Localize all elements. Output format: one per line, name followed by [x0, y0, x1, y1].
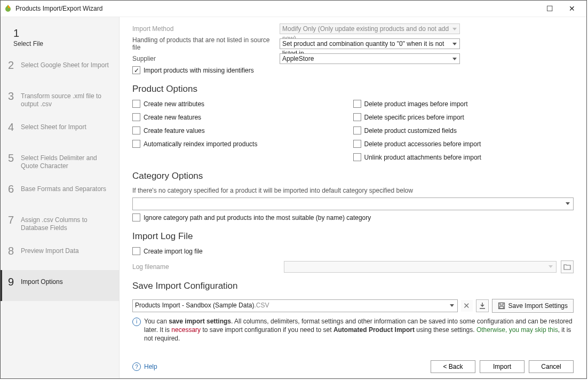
cancel-button[interactable]: Cancel	[529, 360, 574, 373]
heading-category-options: Category Options	[132, 171, 574, 181]
product-options-grid: Create new attributes Create new feature…	[132, 100, 574, 163]
checkmark-icon	[132, 66, 140, 74]
folder-icon	[563, 264, 571, 270]
download-config-button[interactable]	[476, 299, 489, 312]
download-icon	[479, 302, 486, 310]
help-link[interactable]: ?Help	[132, 362, 157, 371]
dropdown-supplier[interactable]: AppleStore	[280, 53, 460, 64]
footer: ?Help < Back Import Cancel	[132, 353, 574, 373]
save-settings-button[interactable]: Save Import Settings	[492, 299, 574, 313]
step-3[interactable]: 3Transform source .xml file to output .c…	[1, 84, 119, 115]
sidebar: 1Select File 2Select Google Sheet for Im…	[1, 17, 120, 378]
input-log-filename[interactable]	[284, 261, 557, 273]
main-panel: Import Method Modify Only (Only update e…	[120, 17, 586, 378]
checkbox-feature-values[interactable]: Create feature values	[132, 126, 353, 134]
svg-rect-1	[500, 303, 503, 305]
titlebar: Products Import/Export Wizard ☐ ✕	[1, 1, 586, 17]
step-4[interactable]: 4Select Sheet for Import	[1, 115, 119, 146]
save-icon	[498, 302, 505, 310]
checkbox-del-prices[interactable]: Delete specific prices before import	[353, 113, 574, 121]
label-handling: Handling of products that are not listed…	[132, 36, 280, 51]
close-icon: ✕	[463, 301, 470, 311]
step-1[interactable]: 1Select File	[1, 21, 119, 53]
label-log-filename: Log filename	[132, 263, 280, 271]
dropdown-default-category[interactable]	[132, 197, 574, 210]
heading-product-options: Product Options	[132, 84, 574, 94]
app-icon	[4, 4, 12, 13]
step-6[interactable]: 6Base Formats and Separators	[1, 177, 119, 208]
dropdown-import-method[interactable]: Modify Only (Only update existing produc…	[280, 23, 460, 34]
clear-config-button[interactable]: ✕	[461, 300, 473, 312]
product-options-right: Delete product images before import Dele…	[353, 100, 574, 163]
label-supplier: Supplier	[132, 55, 280, 62]
save-note: i You can save import settings. All colu…	[132, 317, 574, 343]
wizard-window: Products Import/Export Wizard ☐ ✕ 1Selec…	[0, 0, 587, 379]
step-2[interactable]: 2Select Google Sheet for Import	[1, 53, 119, 84]
step-8[interactable]: 8Preview Import Data	[1, 239, 119, 270]
checkbox-del-images[interactable]: Delete product images before import	[353, 100, 574, 108]
svg-rect-2	[499, 306, 503, 308]
checkbox-new-features[interactable]: Create new features	[132, 113, 353, 121]
step-9[interactable]: 9Import Options	[1, 270, 119, 301]
body: 1Select File 2Select Google Sheet for Im…	[1, 17, 586, 378]
checkbox-del-custom[interactable]: Delete product customized fields	[353, 126, 574, 134]
help-icon: ?	[132, 362, 141, 371]
checkbox-new-attributes[interactable]: Create new attributes	[132, 100, 353, 108]
row-log-filename: Log filename	[132, 260, 574, 273]
heading-log: Import Log File	[132, 231, 574, 242]
category-hint: If there's no category specified for a p…	[132, 187, 574, 194]
row-handling: Handling of products that are not listed…	[132, 36, 574, 51]
save-bar: Products Import - Sandbox (Sample Data).…	[132, 299, 574, 313]
browse-folder-button[interactable]	[561, 260, 574, 273]
checkbox-unlink-attach[interactable]: Unlink product attachments before import	[353, 153, 574, 161]
back-button[interactable]: < Back	[431, 360, 475, 373]
window-title: Products Import/Export Wizard	[15, 5, 538, 12]
step-7[interactable]: 7Assign .csv Columns to Database Fields	[1, 208, 119, 239]
checkbox-del-accessories[interactable]: Delete product accessories before import	[353, 140, 574, 148]
step-5[interactable]: 5Select Fields Delimiter and Quote Chara…	[1, 146, 119, 177]
close-button[interactable]: ✕	[561, 1, 583, 17]
checkbox-missing-identifiers[interactable]: Import products with missing identifiers	[132, 66, 574, 74]
heading-save-config: Save Import Configuration	[132, 281, 574, 291]
row-supplier: Supplier AppleStore	[132, 53, 574, 64]
label-import-method: Import Method	[132, 25, 280, 33]
checkbox-reindex[interactable]: Automatically reindex imported products	[132, 140, 353, 148]
row-import-method: Import Method Modify Only (Only update e…	[132, 23, 574, 34]
dropdown-handling[interactable]: Set product and combination quantity to …	[280, 38, 460, 49]
dropdown-config-name[interactable]: Products Import - Sandbox (Sample Data).…	[132, 299, 458, 312]
maximize-button[interactable]: ☐	[538, 1, 561, 17]
checkbox-ignore-path[interactable]: Ignore category path and put products in…	[132, 213, 574, 221]
info-icon: i	[132, 318, 141, 326]
checkbox-create-log[interactable]: Create import log file	[132, 247, 574, 255]
product-options-left: Create new attributes Create new feature…	[132, 100, 353, 163]
import-button[interactable]: Import	[480, 360, 525, 373]
